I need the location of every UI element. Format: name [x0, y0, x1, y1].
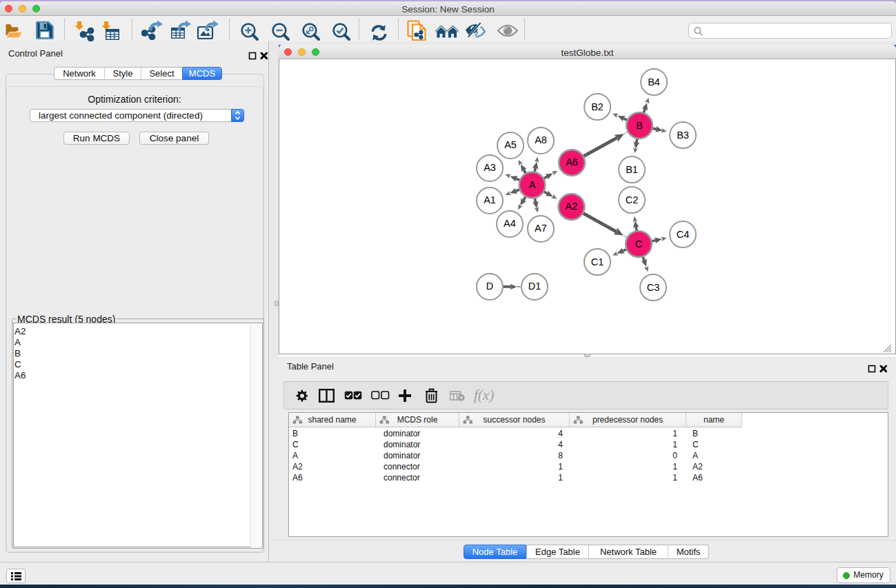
- svg-text:C1: C1: [591, 256, 604, 267]
- svg-text:C2: C2: [626, 194, 639, 205]
- svg-text:A8: A8: [535, 134, 547, 145]
- svg-text:A4: A4: [504, 218, 516, 229]
- svg-text:A7: A7: [535, 223, 547, 234]
- svg-text:B1: B1: [626, 164, 638, 175]
- svg-text:B: B: [636, 120, 643, 131]
- svg-text:C4: C4: [677, 229, 690, 240]
- svg-text:A5: A5: [504, 139, 517, 150]
- svg-text:B3: B3: [677, 130, 689, 141]
- svg-text:A1: A1: [484, 194, 496, 205]
- svg-text:D1: D1: [528, 281, 541, 292]
- svg-text:D: D: [486, 281, 493, 292]
- svg-text:A2: A2: [566, 201, 578, 212]
- svg-text:C3: C3: [647, 282, 660, 293]
- svg-text:C: C: [635, 239, 642, 250]
- svg-text:A3: A3: [484, 162, 496, 173]
- svg-text:A: A: [529, 179, 536, 190]
- svg-text:A6: A6: [566, 156, 578, 168]
- svg-text:B2: B2: [591, 101, 604, 112]
- svg-text:B4: B4: [648, 77, 660, 88]
